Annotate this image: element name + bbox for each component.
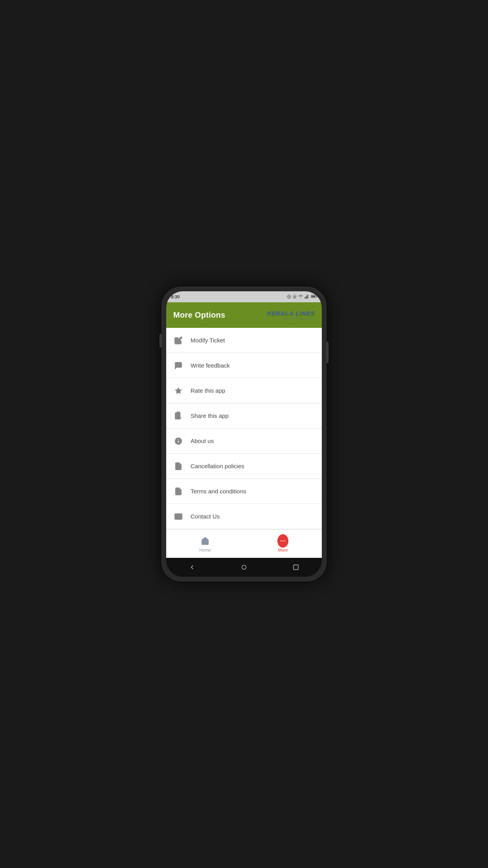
more-nav-icon: [277, 535, 288, 546]
nav-item-home[interactable]: Home: [166, 532, 244, 555]
terms-label: Terms and conditions: [191, 488, 246, 495]
rate-app-label: Rate this app: [191, 387, 225, 394]
more-dot-button: [277, 534, 288, 548]
cancel-doc-icon: [173, 461, 183, 471]
svg-rect-11: [316, 296, 317, 297]
phone-screen: 8:30: [166, 291, 322, 577]
svg-rect-6: [306, 296, 306, 299]
svg-point-31: [283, 541, 284, 542]
battery-icon: [311, 294, 317, 299]
svg-rect-10: [311, 296, 315, 298]
bottom-nav: Home More: [166, 530, 322, 558]
menu-item-modify-ticket[interactable]: Modify Ticket: [166, 328, 322, 353]
system-nav-bar: [166, 558, 322, 577]
globe-icon: [287, 294, 291, 300]
menu-list: Modify Ticket Write feedback Rate this a…: [166, 328, 322, 530]
status-icons: [287, 294, 317, 300]
svg-rect-8: [308, 294, 308, 298]
phone-device: 8:30: [161, 287, 327, 581]
sim-icon: [293, 294, 297, 300]
home-nav-label: Home: [199, 548, 211, 552]
menu-item-write-feedback[interactable]: Write feedback: [166, 353, 322, 378]
back-button[interactable]: [185, 560, 199, 574]
wifi-icon: [298, 294, 303, 299]
svg-point-33: [242, 565, 246, 570]
menu-item-cancellation[interactable]: Cancellation policies: [166, 454, 322, 479]
recents-button[interactable]: [289, 560, 303, 574]
menu-item-terms[interactable]: Terms and conditions: [166, 479, 322, 504]
menu-item-about-us[interactable]: About us: [166, 428, 322, 454]
logo-main-text: KERALA LINES: [267, 310, 315, 316]
svg-rect-34: [294, 565, 298, 570]
doc-icon: [173, 486, 183, 497]
home-nav-icon: [200, 535, 211, 546]
status-time: 8:30: [171, 294, 180, 299]
menu-item-contact-us[interactable]: Contact Us: [166, 504, 322, 529]
svg-marker-15: [175, 387, 182, 394]
more-nav-label: More: [278, 548, 288, 552]
share-app-label: Share this app: [191, 412, 229, 419]
svg-point-30: [281, 541, 282, 542]
contact-us-label: Contact Us: [191, 513, 220, 520]
about-us-label: About us: [191, 438, 214, 444]
header-logo: KERALA LINES end of your travel woes: [267, 310, 315, 320]
svg-point-32: [284, 541, 285, 542]
svg-point-22: [178, 439, 179, 440]
write-feedback-label: Write feedback: [191, 362, 230, 369]
status-bar: 8:30: [166, 291, 322, 302]
share-icon: [173, 411, 183, 421]
app-header: More Options KERALA LINES end of your tr…: [166, 302, 322, 328]
cancellation-label: Cancellation policies: [191, 463, 244, 469]
chat-icon: [173, 360, 183, 371]
menu-item-rate-app[interactable]: Rate this app: [166, 378, 322, 403]
logo-sub-text: end of your travel woes: [267, 317, 315, 320]
home-button[interactable]: [237, 560, 251, 574]
signal-icon: [305, 294, 309, 300]
svg-rect-5: [305, 297, 305, 298]
svg-rect-4: [294, 296, 295, 297]
pencil-icon: [173, 335, 183, 346]
svg-rect-7: [306, 295, 307, 298]
info-icon: [173, 436, 183, 446]
header-title: More Options: [173, 311, 226, 320]
menu-item-share-app[interactable]: Share this app: [166, 403, 322, 428]
nav-item-more[interactable]: More: [244, 532, 322, 555]
mail-icon: [173, 511, 183, 522]
star-icon: [173, 386, 183, 396]
modify-ticket-label: Modify Ticket: [191, 337, 225, 344]
